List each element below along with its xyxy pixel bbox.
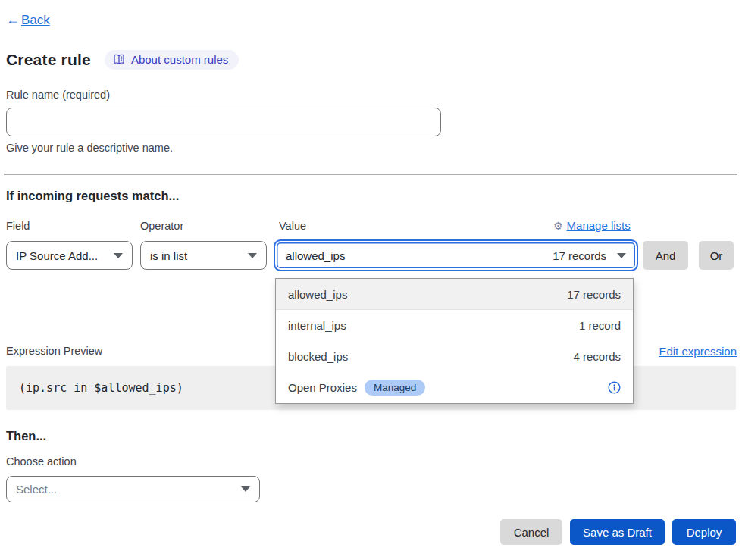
field-select[interactable]: IP Source Add...: [6, 241, 133, 270]
value-select[interactable]: allowed_ips 17 records: [274, 239, 638, 271]
manage-lists-link[interactable]: ⚙ Manage lists: [553, 219, 638, 232]
managed-badge: Managed: [365, 380, 425, 396]
back-link[interactable]: ←Back: [6, 12, 50, 28]
list-record-count: 4 records: [573, 350, 621, 363]
page-title: Create rule: [6, 51, 91, 69]
rule-name-label: Rule name (required): [6, 89, 110, 101]
expression-preview-label: Expression Preview: [6, 345, 102, 357]
dropdown-item-blocked-ips[interactable]: blocked_ips 4 records: [276, 341, 633, 372]
about-custom-rules-link[interactable]: About custom rules: [105, 50, 239, 70]
deploy-button[interactable]: Deploy: [672, 519, 736, 545]
value-dropdown-panel: allowed_ips 17 records internal_ips 1 re…: [275, 278, 634, 404]
value-select-record-count: 17 records: [553, 249, 606, 262]
info-icon[interactable]: [608, 381, 621, 394]
back-link-label: Back: [21, 13, 50, 28]
title-row: Create rule About custom rules: [6, 50, 239, 70]
chevron-down-icon: [114, 253, 123, 258]
match-section-heading: If incoming requests match...: [6, 189, 179, 203]
value-column-label: Value: [279, 220, 306, 232]
operator-column-label: Operator: [140, 220, 183, 232]
operator-select-value: is in list: [150, 249, 248, 262]
chevron-down-icon: [617, 253, 626, 258]
section-divider: [4, 174, 737, 175]
dropdown-item-allowed-ips[interactable]: allowed_ips 17 records: [276, 279, 633, 310]
list-name: Open Proxies: [288, 381, 357, 394]
field-select-value: IP Source Add...: [16, 249, 114, 262]
edit-expression-link[interactable]: Edit expression: [659, 345, 737, 358]
save-as-draft-button[interactable]: Save as Draft: [570, 519, 665, 545]
list-record-count: 17 records: [567, 288, 621, 301]
value-select-value: allowed_ips: [286, 249, 553, 262]
list-name: allowed_ips: [288, 288, 567, 301]
list-name: internal_ips: [288, 319, 579, 332]
list-record-count: 1 record: [579, 319, 621, 332]
gear-icon: ⚙: [553, 221, 563, 231]
cancel-button[interactable]: Cancel: [500, 519, 562, 545]
book-icon: [113, 54, 125, 65]
action-select-placeholder: Select...: [16, 483, 241, 496]
expression-code: (ip.src in $allowed_ips): [19, 381, 183, 395]
chevron-down-icon: [248, 253, 257, 258]
field-column-label: Field: [6, 220, 30, 232]
then-section-heading: Then...: [6, 429, 46, 443]
operator-select[interactable]: is in list: [140, 241, 267, 270]
rule-name-helper-text: Give your rule a descriptive name.: [6, 142, 173, 154]
rule-name-input[interactable]: [6, 108, 441, 136]
dropdown-item-internal-ips[interactable]: internal_ips 1 record: [276, 310, 633, 341]
manage-lists-label: Manage lists: [567, 219, 631, 232]
back-arrow-icon: ←: [6, 12, 20, 28]
action-select[interactable]: Select...: [6, 476, 260, 502]
and-button[interactable]: And: [643, 241, 688, 270]
choose-action-label: Choose action: [6, 455, 77, 468]
chevron-down-icon: [241, 486, 250, 492]
about-custom-rules-label: About custom rules: [131, 53, 228, 66]
dropdown-item-open-proxies[interactable]: Open Proxies Managed: [276, 372, 633, 403]
list-name: blocked_ips: [288, 350, 573, 363]
or-button[interactable]: Or: [699, 241, 734, 270]
create-rule-page: ←Back Create rule About custom rules Rul…: [0, 0, 742, 560]
